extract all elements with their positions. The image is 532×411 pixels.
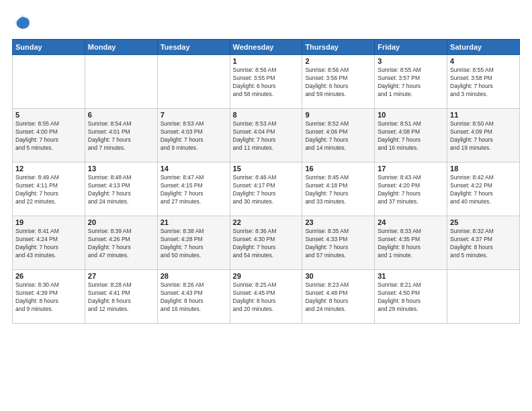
day-number: 13 bbox=[88, 165, 154, 173]
calendar-cell: 18Sunrise: 8:42 AM Sunset: 4:22 PM Dayli… bbox=[447, 163, 520, 216]
day-info: Sunrise: 8:50 AM Sunset: 4:09 PM Dayligh… bbox=[450, 120, 517, 152]
calendar-cell: 14Sunrise: 8:47 AM Sunset: 4:15 PM Dayli… bbox=[157, 163, 230, 216]
day-number: 16 bbox=[305, 165, 371, 173]
day-number: 27 bbox=[88, 272, 154, 280]
calendar-cell: 24Sunrise: 8:33 AM Sunset: 4:35 PM Dayli… bbox=[375, 216, 447, 270]
day-number: 25 bbox=[450, 218, 517, 226]
calendar-cell: 10Sunrise: 8:51 AM Sunset: 4:08 PM Dayli… bbox=[375, 109, 447, 163]
day-info: Sunrise: 8:45 AM Sunset: 4:18 PM Dayligh… bbox=[305, 174, 371, 206]
calendar-body: 1Sunrise: 8:56 AM Sunset: 3:55 PM Daylig… bbox=[13, 55, 520, 324]
calendar-week-2: 5Sunrise: 8:55 AM Sunset: 4:00 PM Daylig… bbox=[13, 109, 520, 163]
day-number: 21 bbox=[161, 218, 227, 226]
calendar-week-3: 12Sunrise: 8:49 AM Sunset: 4:11 PM Dayli… bbox=[13, 163, 520, 216]
day-info: Sunrise: 8:48 AM Sunset: 4:13 PM Dayligh… bbox=[88, 174, 154, 206]
page: SundayMondayTuesdayWednesdayThursdayFrid… bbox=[0, 0, 532, 411]
day-info: Sunrise: 8:41 AM Sunset: 4:24 PM Dayligh… bbox=[15, 228, 82, 260]
day-info: Sunrise: 8:56 AM Sunset: 3:56 PM Dayligh… bbox=[305, 66, 371, 99]
calendar-cell: 16Sunrise: 8:45 AM Sunset: 4:18 PM Dayli… bbox=[302, 163, 375, 216]
weekday-header-thursday: Thursday bbox=[302, 40, 375, 55]
day-number: 1 bbox=[233, 57, 300, 65]
day-info: Sunrise: 8:30 AM Sunset: 4:39 PM Dayligh… bbox=[15, 281, 82, 314]
weekday-header-friday: Friday bbox=[375, 40, 447, 55]
day-number: 20 bbox=[88, 218, 154, 226]
day-number: 12 bbox=[15, 165, 82, 173]
calendar-cell: 27Sunrise: 8:28 AM Sunset: 4:41 PM Dayli… bbox=[85, 270, 157, 324]
calendar-cell: 13Sunrise: 8:48 AM Sunset: 4:13 PM Dayli… bbox=[85, 163, 157, 216]
calendar-cell: 7Sunrise: 8:53 AM Sunset: 4:03 PM Daylig… bbox=[157, 109, 230, 163]
day-number: 14 bbox=[161, 165, 227, 173]
calendar-cell bbox=[157, 55, 230, 109]
calendar: SundayMondayTuesdayWednesdayThursdayFrid… bbox=[12, 39, 520, 324]
calendar-cell: 17Sunrise: 8:43 AM Sunset: 4:20 PM Dayli… bbox=[375, 163, 447, 216]
weekday-header-sunday: Sunday bbox=[13, 40, 85, 55]
calendar-cell: 3Sunrise: 8:55 AM Sunset: 3:57 PM Daylig… bbox=[375, 55, 447, 109]
day-info: Sunrise: 8:35 AM Sunset: 4:33 PM Dayligh… bbox=[305, 228, 371, 260]
calendar-cell: 12Sunrise: 8:49 AM Sunset: 4:11 PM Dayli… bbox=[13, 163, 85, 216]
calendar-cell: 6Sunrise: 8:54 AM Sunset: 4:01 PM Daylig… bbox=[85, 109, 157, 163]
day-info: Sunrise: 8:23 AM Sunset: 4:48 PM Dayligh… bbox=[305, 281, 371, 314]
calendar-cell bbox=[85, 55, 157, 109]
day-info: Sunrise: 8:21 AM Sunset: 4:50 PM Dayligh… bbox=[378, 281, 444, 314]
day-info: Sunrise: 8:53 AM Sunset: 4:03 PM Dayligh… bbox=[161, 120, 227, 152]
day-info: Sunrise: 8:46 AM Sunset: 4:17 PM Dayligh… bbox=[233, 174, 300, 206]
day-number: 30 bbox=[305, 272, 371, 280]
day-number: 28 bbox=[161, 272, 227, 280]
day-number: 31 bbox=[378, 272, 444, 280]
day-number: 22 bbox=[233, 218, 300, 226]
day-number: 29 bbox=[233, 272, 300, 280]
day-number: 5 bbox=[15, 111, 82, 119]
weekday-header-wednesday: Wednesday bbox=[230, 40, 302, 55]
day-number: 8 bbox=[233, 111, 300, 119]
calendar-week-5: 26Sunrise: 8:30 AM Sunset: 4:39 PM Dayli… bbox=[13, 270, 520, 324]
day-info: Sunrise: 8:38 AM Sunset: 4:28 PM Dayligh… bbox=[161, 228, 227, 260]
calendar-cell: 20Sunrise: 8:39 AM Sunset: 4:26 PM Dayli… bbox=[85, 216, 157, 270]
day-number: 7 bbox=[161, 111, 227, 119]
day-number: 24 bbox=[378, 218, 444, 226]
day-info: Sunrise: 8:36 AM Sunset: 4:30 PM Dayligh… bbox=[233, 228, 300, 260]
calendar-cell: 21Sunrise: 8:38 AM Sunset: 4:28 PM Dayli… bbox=[157, 216, 230, 270]
calendar-cell: 31Sunrise: 8:21 AM Sunset: 4:50 PM Dayli… bbox=[375, 270, 447, 324]
weekday-row: SundayMondayTuesdayWednesdayThursdayFrid… bbox=[13, 40, 520, 55]
day-number: 23 bbox=[305, 218, 371, 226]
day-info: Sunrise: 8:28 AM Sunset: 4:41 PM Dayligh… bbox=[88, 281, 154, 314]
day-info: Sunrise: 8:32 AM Sunset: 4:37 PM Dayligh… bbox=[450, 228, 517, 260]
day-info: Sunrise: 8:39 AM Sunset: 4:26 PM Dayligh… bbox=[88, 228, 154, 260]
calendar-header: SundayMondayTuesdayWednesdayThursdayFrid… bbox=[13, 40, 520, 55]
calendar-week-1: 1Sunrise: 8:56 AM Sunset: 3:55 PM Daylig… bbox=[13, 55, 520, 109]
day-number: 18 bbox=[450, 165, 517, 173]
day-number: 19 bbox=[15, 218, 82, 226]
day-number: 17 bbox=[378, 165, 444, 173]
day-info: Sunrise: 8:52 AM Sunset: 4:06 PM Dayligh… bbox=[305, 120, 371, 152]
calendar-cell: 29Sunrise: 8:25 AM Sunset: 4:45 PM Dayli… bbox=[230, 270, 302, 324]
calendar-cell bbox=[13, 55, 85, 109]
weekday-header-saturday: Saturday bbox=[447, 40, 520, 55]
calendar-cell: 23Sunrise: 8:35 AM Sunset: 4:33 PM Dayli… bbox=[302, 216, 375, 270]
calendar-cell: 9Sunrise: 8:52 AM Sunset: 4:06 PM Daylig… bbox=[302, 109, 375, 163]
weekday-header-monday: Monday bbox=[85, 40, 157, 55]
calendar-cell: 19Sunrise: 8:41 AM Sunset: 4:24 PM Dayli… bbox=[13, 216, 85, 270]
logo bbox=[12, 12, 35, 32]
calendar-cell: 5Sunrise: 8:55 AM Sunset: 4:00 PM Daylig… bbox=[13, 109, 85, 163]
day-info: Sunrise: 8:54 AM Sunset: 4:01 PM Dayligh… bbox=[88, 120, 154, 152]
calendar-week-4: 19Sunrise: 8:41 AM Sunset: 4:24 PM Dayli… bbox=[13, 216, 520, 270]
calendar-cell: 26Sunrise: 8:30 AM Sunset: 4:39 PM Dayli… bbox=[13, 270, 85, 324]
day-info: Sunrise: 8:55 AM Sunset: 3:58 PM Dayligh… bbox=[450, 66, 517, 99]
calendar-cell: 15Sunrise: 8:46 AM Sunset: 4:17 PM Dayli… bbox=[230, 163, 302, 216]
day-info: Sunrise: 8:49 AM Sunset: 4:11 PM Dayligh… bbox=[15, 174, 82, 206]
day-number: 26 bbox=[15, 272, 82, 280]
calendar-cell: 11Sunrise: 8:50 AM Sunset: 4:09 PM Dayli… bbox=[447, 109, 520, 163]
day-info: Sunrise: 8:47 AM Sunset: 4:15 PM Dayligh… bbox=[161, 174, 227, 206]
calendar-cell: 8Sunrise: 8:53 AM Sunset: 4:04 PM Daylig… bbox=[230, 109, 302, 163]
day-info: Sunrise: 8:56 AM Sunset: 3:55 PM Dayligh… bbox=[233, 66, 300, 99]
day-number: 9 bbox=[305, 111, 371, 119]
calendar-cell: 25Sunrise: 8:32 AM Sunset: 4:37 PM Dayli… bbox=[447, 216, 520, 270]
day-info: Sunrise: 8:25 AM Sunset: 4:45 PM Dayligh… bbox=[233, 281, 300, 314]
calendar-cell: 4Sunrise: 8:55 AM Sunset: 3:58 PM Daylig… bbox=[447, 55, 520, 109]
day-number: 2 bbox=[305, 57, 371, 65]
day-info: Sunrise: 8:55 AM Sunset: 3:57 PM Dayligh… bbox=[378, 66, 444, 99]
calendar-cell: 28Sunrise: 8:26 AM Sunset: 4:43 PM Dayli… bbox=[157, 270, 230, 324]
day-info: Sunrise: 8:26 AM Sunset: 4:43 PM Dayligh… bbox=[161, 281, 227, 314]
day-number: 4 bbox=[450, 57, 517, 65]
header bbox=[12, 12, 520, 32]
weekday-header-tuesday: Tuesday bbox=[157, 40, 230, 55]
